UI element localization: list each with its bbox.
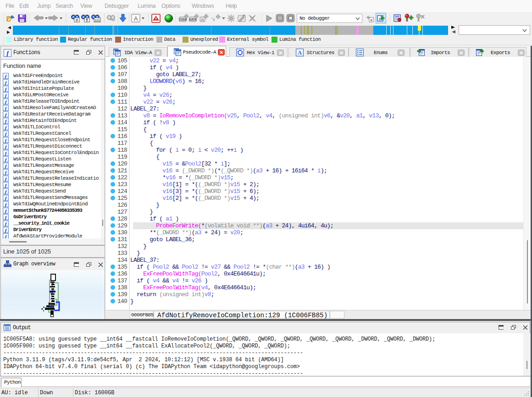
svg-text:A: A — [298, 50, 302, 56]
svg-text:#: # — [76, 18, 78, 22]
svg-text:A: A — [201, 17, 204, 22]
svg-text:T: T — [86, 18, 89, 22]
svg-text:101: 101 — [94, 18, 100, 22]
svg-text:c: c — [379, 17, 381, 21]
svg-text:‘s: ‘s — [211, 16, 215, 22]
svg-text:c: c — [371, 18, 373, 22]
svg-text:A: A — [134, 15, 138, 22]
